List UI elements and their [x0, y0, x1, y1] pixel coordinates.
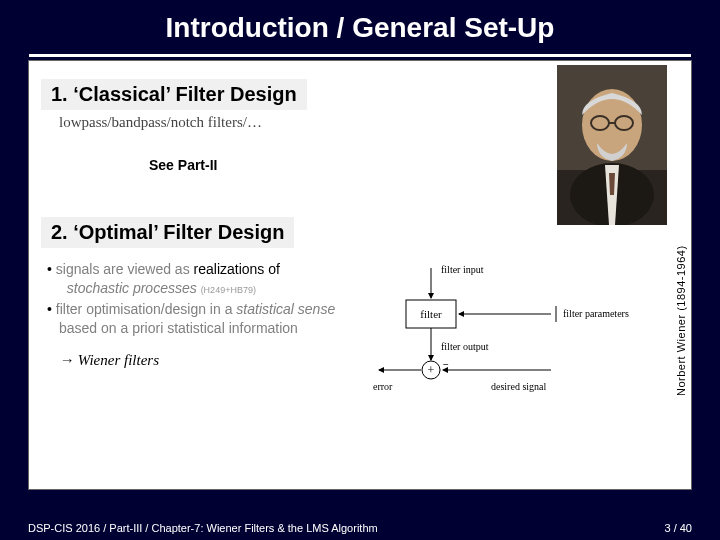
- label-filter: filter: [420, 308, 442, 320]
- label-error: error: [373, 381, 393, 392]
- section1-heading: 1. ‘Classical’ Filter Design: [41, 79, 307, 110]
- bullet1-part-b: realizations of: [194, 261, 280, 277]
- portrait-caption: Norbert Wiener (1894-1964): [675, 231, 689, 411]
- optimal-block: • signals are viewed as realizations of …: [41, 254, 691, 408]
- optimal-text: • signals are viewed as realizations of …: [41, 254, 351, 369]
- label-filter-input: filter input: [441, 264, 484, 275]
- section2-heading: 2. ‘Optimal’ Filter Design: [41, 217, 294, 248]
- content-panel: 1. ‘Classical’ Filter Design lowpass/ban…: [28, 60, 692, 490]
- bullet2-part-c: based on a priori statistical informatio…: [59, 320, 298, 336]
- svg-text:+: +: [428, 363, 435, 377]
- bullet2-part-a: filter optimisation/design in a: [56, 301, 237, 317]
- bullet1-ref: (H249+HB79): [201, 285, 256, 295]
- slide-title-bar: Introduction / General Set-Up: [0, 0, 720, 52]
- wiener-arrow-line: → Wiener filters: [59, 352, 351, 369]
- slide-title: Introduction / General Set-Up: [0, 12, 720, 44]
- slide-footer: DSP-CIS 2016 / Part-III / Chapter-7: Wie…: [28, 522, 692, 534]
- label-filter-output: filter output: [441, 341, 489, 352]
- svg-text:−: −: [443, 359, 449, 370]
- label-desired: desired signal: [491, 381, 546, 392]
- label-filter-params: filter parameters: [563, 308, 629, 319]
- footer-left: DSP-CIS 2016 / Part-III / Chapter-7: Wie…: [28, 522, 378, 534]
- bullet1-part-a: signals are viewed as: [56, 261, 194, 277]
- footer-right: 3 / 40: [664, 522, 692, 534]
- wiener-portrait: [557, 65, 667, 225]
- bullet2-part-b: statistical sense: [236, 301, 335, 317]
- title-underline: [29, 54, 691, 57]
- bullet-2: • filter optimisation/design in a statis…: [47, 300, 351, 338]
- bullet1-part-c: stochastic processes: [67, 280, 197, 296]
- bullet-1: • signals are viewed as realizations of …: [47, 260, 351, 298]
- filter-block-diagram: filter input filter filter parameters fi…: [361, 258, 661, 408]
